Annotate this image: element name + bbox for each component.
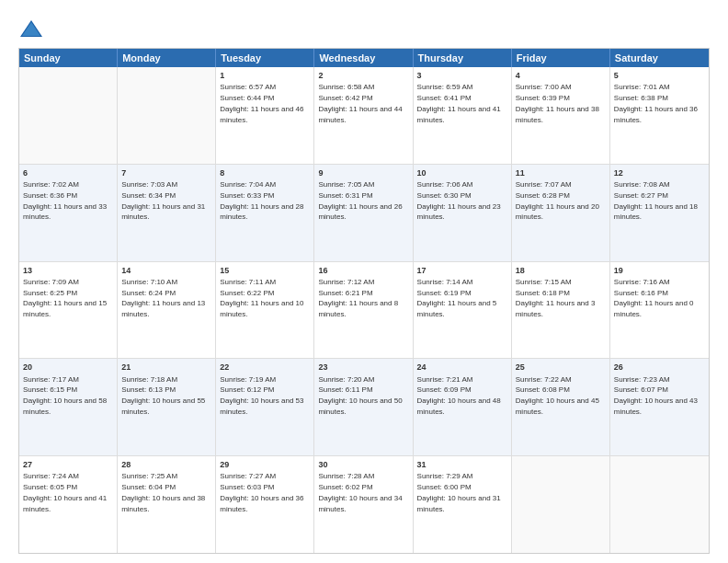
calendar-day-10: 10Sunrise: 7:06 AMSunset: 6:30 PMDayligh… xyxy=(414,165,512,261)
calendar-day-22: 22Sunrise: 7:19 AMSunset: 6:12 PMDayligh… xyxy=(216,359,314,455)
calendar-day-2: 2Sunrise: 6:58 AMSunset: 6:42 PMDaylight… xyxy=(314,67,413,164)
day-number: 27 xyxy=(23,459,113,470)
calendar-cell-empty xyxy=(512,456,610,553)
day-number: 14 xyxy=(121,265,211,276)
cell-info: Sunrise: 7:07 AMSunset: 6:28 PMDaylight:… xyxy=(516,180,599,221)
day-number: 11 xyxy=(516,167,606,178)
cell-info: Sunrise: 7:22 AMSunset: 6:08 PMDaylight:… xyxy=(516,375,599,416)
cell-info: Sunrise: 7:09 AMSunset: 6:25 PMDaylight:… xyxy=(23,278,107,318)
calendar-day-28: 28Sunrise: 7:25 AMSunset: 6:04 PMDayligh… xyxy=(118,456,216,553)
day-number: 24 xyxy=(417,362,507,373)
calendar-day-7: 7Sunrise: 7:03 AMSunset: 6:34 PMDaylight… xyxy=(118,165,216,261)
calendar-day-21: 21Sunrise: 7:18 AMSunset: 6:13 PMDayligh… xyxy=(118,359,216,455)
header-day-friday: Friday xyxy=(512,49,610,67)
cell-info: Sunrise: 7:20 AMSunset: 6:11 PMDaylight:… xyxy=(318,375,402,416)
cell-info: Sunrise: 7:21 AMSunset: 6:09 PMDaylight:… xyxy=(417,375,501,416)
calendar-day-1: 1Sunrise: 6:57 AMSunset: 6:44 PMDaylight… xyxy=(216,67,314,164)
logo xyxy=(18,17,48,42)
cell-info: Sunrise: 7:28 AMSunset: 6:02 PMDaylight:… xyxy=(318,472,402,512)
cell-info: Sunrise: 7:16 AMSunset: 6:16 PMDaylight:… xyxy=(614,278,694,318)
calendar-day-20: 20Sunrise: 7:17 AMSunset: 6:15 PMDayligh… xyxy=(19,359,118,455)
cell-info: Sunrise: 7:05 AMSunset: 6:31 PMDaylight:… xyxy=(318,180,402,221)
header-day-sunday: Sunday xyxy=(19,49,118,67)
cell-info: Sunrise: 7:14 AMSunset: 6:19 PMDaylight:… xyxy=(417,278,497,318)
calendar-day-4: 4Sunrise: 7:00 AMSunset: 6:39 PMDaylight… xyxy=(512,67,610,164)
day-number: 19 xyxy=(614,265,705,276)
calendar-day-11: 11Sunrise: 7:07 AMSunset: 6:28 PMDayligh… xyxy=(512,165,610,261)
header-day-thursday: Thursday xyxy=(414,49,512,67)
header-day-wednesday: Wednesday xyxy=(314,49,413,67)
calendar-day-27: 27Sunrise: 7:24 AMSunset: 6:05 PMDayligh… xyxy=(19,456,118,553)
day-number: 15 xyxy=(220,265,310,276)
calendar-day-9: 9Sunrise: 7:05 AMSunset: 6:31 PMDaylight… xyxy=(314,165,413,261)
calendar-cell-empty xyxy=(19,67,118,164)
cell-info: Sunrise: 7:12 AMSunset: 6:21 PMDaylight:… xyxy=(318,278,398,318)
calendar-day-6: 6Sunrise: 7:02 AMSunset: 6:36 PMDaylight… xyxy=(19,165,118,261)
calendar-cell-empty xyxy=(118,67,216,164)
day-number: 8 xyxy=(220,167,310,178)
calendar-day-12: 12Sunrise: 7:08 AMSunset: 6:27 PMDayligh… xyxy=(610,165,709,261)
day-number: 30 xyxy=(318,459,408,470)
cell-info: Sunrise: 7:03 AMSunset: 6:34 PMDaylight:… xyxy=(121,180,205,221)
calendar-day-18: 18Sunrise: 7:15 AMSunset: 6:18 PMDayligh… xyxy=(512,262,610,359)
header-day-tuesday: Tuesday xyxy=(216,49,314,67)
calendar-day-23: 23Sunrise: 7:20 AMSunset: 6:11 PMDayligh… xyxy=(314,359,413,455)
calendar-day-14: 14Sunrise: 7:10 AMSunset: 6:24 PMDayligh… xyxy=(118,262,216,359)
cell-info: Sunrise: 6:58 AMSunset: 6:42 PMDaylight:… xyxy=(318,83,402,123)
cell-info: Sunrise: 7:29 AMSunset: 6:00 PMDaylight:… xyxy=(417,472,501,512)
day-number: 31 xyxy=(417,459,507,470)
day-number: 18 xyxy=(516,265,606,276)
calendar-day-13: 13Sunrise: 7:09 AMSunset: 6:25 PMDayligh… xyxy=(19,262,118,359)
calendar-cell-empty xyxy=(610,456,709,553)
day-number: 2 xyxy=(318,70,408,81)
calendar-day-30: 30Sunrise: 7:28 AMSunset: 6:02 PMDayligh… xyxy=(314,456,413,553)
calendar-header: SundayMondayTuesdayWednesdayThursdayFrid… xyxy=(19,49,709,67)
cell-info: Sunrise: 7:10 AMSunset: 6:24 PMDaylight:… xyxy=(121,278,205,318)
day-number: 29 xyxy=(220,459,310,470)
calendar-day-3: 3Sunrise: 6:59 AMSunset: 6:41 PMDaylight… xyxy=(414,67,512,164)
day-number: 9 xyxy=(318,167,408,178)
day-number: 1 xyxy=(220,70,310,81)
calendar-day-8: 8Sunrise: 7:04 AMSunset: 6:33 PMDaylight… xyxy=(216,165,314,261)
calendar-day-26: 26Sunrise: 7:23 AMSunset: 6:07 PMDayligh… xyxy=(610,359,709,455)
calendar-day-17: 17Sunrise: 7:14 AMSunset: 6:19 PMDayligh… xyxy=(414,262,512,359)
calendar-body: 1Sunrise: 6:57 AMSunset: 6:44 PMDaylight… xyxy=(19,67,709,553)
cell-info: Sunrise: 7:27 AMSunset: 6:03 PMDaylight:… xyxy=(220,472,303,512)
day-number: 17 xyxy=(417,265,507,276)
day-number: 5 xyxy=(614,70,705,81)
calendar: SundayMondayTuesdayWednesdayThursdayFrid… xyxy=(18,48,710,554)
day-number: 4 xyxy=(516,70,606,81)
calendar-day-5: 5Sunrise: 7:01 AMSunset: 6:38 PMDaylight… xyxy=(610,67,709,164)
header-day-saturday: Saturday xyxy=(610,49,709,67)
header-day-monday: Monday xyxy=(118,49,216,67)
cell-info: Sunrise: 7:17 AMSunset: 6:15 PMDaylight:… xyxy=(23,375,107,416)
cell-info: Sunrise: 7:08 AMSunset: 6:27 PMDaylight:… xyxy=(614,180,698,221)
cell-info: Sunrise: 7:18 AMSunset: 6:13 PMDaylight:… xyxy=(121,375,205,416)
cell-info: Sunrise: 7:06 AMSunset: 6:30 PMDaylight:… xyxy=(417,180,501,221)
calendar-week-3: 13Sunrise: 7:09 AMSunset: 6:25 PMDayligh… xyxy=(19,262,709,360)
day-number: 12 xyxy=(614,167,705,178)
day-number: 20 xyxy=(23,362,113,373)
cell-info: Sunrise: 7:23 AMSunset: 6:07 PMDaylight:… xyxy=(614,375,698,416)
cell-info: Sunrise: 7:11 AMSunset: 6:22 PMDaylight:… xyxy=(220,278,303,318)
calendar-week-4: 20Sunrise: 7:17 AMSunset: 6:15 PMDayligh… xyxy=(19,359,709,456)
day-number: 3 xyxy=(417,70,507,81)
calendar-day-16: 16Sunrise: 7:12 AMSunset: 6:21 PMDayligh… xyxy=(314,262,413,359)
calendar-day-25: 25Sunrise: 7:22 AMSunset: 6:08 PMDayligh… xyxy=(512,359,610,455)
day-number: 25 xyxy=(516,362,606,373)
calendar-day-29: 29Sunrise: 7:27 AMSunset: 6:03 PMDayligh… xyxy=(216,456,314,553)
day-number: 7 xyxy=(121,167,211,178)
logo-icon xyxy=(18,17,44,42)
day-number: 23 xyxy=(318,362,408,373)
day-number: 16 xyxy=(318,265,408,276)
day-number: 6 xyxy=(23,167,113,178)
calendar-day-31: 31Sunrise: 7:29 AMSunset: 6:00 PMDayligh… xyxy=(414,456,512,553)
cell-info: Sunrise: 7:25 AMSunset: 6:04 PMDaylight:… xyxy=(121,472,205,512)
day-number: 13 xyxy=(23,265,113,276)
calendar-week-1: 1Sunrise: 6:57 AMSunset: 6:44 PMDaylight… xyxy=(19,67,709,165)
cell-info: Sunrise: 7:04 AMSunset: 6:33 PMDaylight:… xyxy=(220,180,303,221)
calendar-day-19: 19Sunrise: 7:16 AMSunset: 6:16 PMDayligh… xyxy=(610,262,709,359)
calendar-day-15: 15Sunrise: 7:11 AMSunset: 6:22 PMDayligh… xyxy=(216,262,314,359)
day-number: 22 xyxy=(220,362,310,373)
cell-info: Sunrise: 7:00 AMSunset: 6:39 PMDaylight:… xyxy=(516,83,599,123)
